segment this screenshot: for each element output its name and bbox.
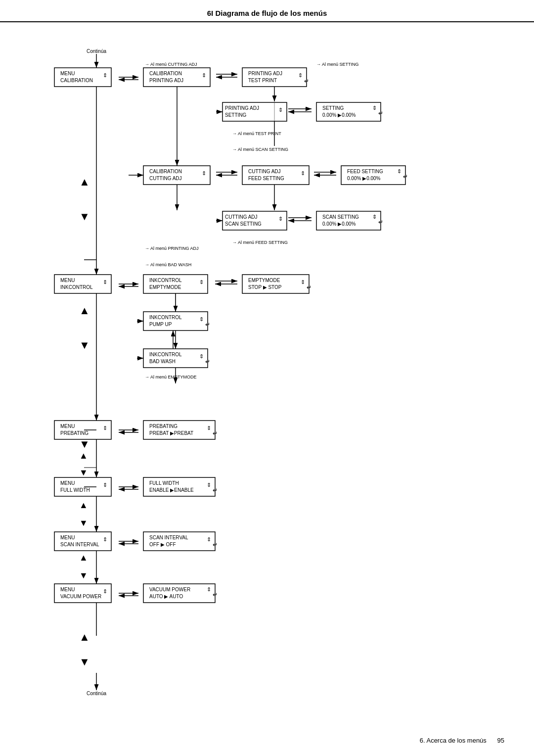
svg-text:⇕: ⇕ [207, 425, 211, 431]
feed-setting-val-line2: 0.00% ▶0.00% [347, 176, 381, 181]
svg-text:↵: ↵ [213, 591, 218, 598]
menu-si-line1: MENU [60, 535, 75, 540]
footer-page: 95 [497, 737, 504, 744]
note-emptymode: → Al menú EMPTYMODE [145, 375, 197, 379]
svg-text:⇕: ⇕ [207, 482, 211, 488]
svg-text:⇕: ⇕ [103, 482, 107, 488]
svg-text:↵: ↵ [205, 321, 210, 328]
menu-fw-line1: MENU [60, 480, 75, 486]
note-cutting-adj: → Al menú CUTTING ADJ [145, 62, 197, 67]
svg-text:▼: ▼ [79, 339, 90, 351]
menu-ink-line1: MENU [60, 278, 75, 283]
svg-text:⇕: ⇕ [301, 170, 305, 176]
ink-empty-line2: EMPTYMODE [149, 284, 181, 290]
svg-text:⇕: ⇕ [372, 105, 377, 111]
svg-text:↵: ↵ [378, 110, 383, 117]
continua-bottom: Continúa [87, 691, 106, 696]
svg-text:⇕: ⇕ [301, 279, 305, 285]
footer-chapter: 6. Acerca de los menús [420, 737, 487, 744]
page-footer: 6. Acerca de los menús 95 [420, 737, 504, 744]
menu-pre-line1: MENU [60, 424, 75, 429]
svg-text:⇕: ⇕ [207, 586, 211, 592]
vac-val-line2: AUTO ▶ AUTO [149, 594, 183, 599]
svg-text:▲: ▲ [79, 500, 88, 510]
ink-pump-line2: PUMP UP [149, 322, 172, 327]
si-val-line2: OFF ▶ OFF [149, 542, 176, 547]
cutting-adj-feed-line2: FEED SETTING [248, 176, 284, 181]
svg-text:⇕: ⇕ [199, 316, 204, 322]
menu-vac-line1: MENU [60, 587, 75, 592]
svg-text:⇕: ⇕ [202, 170, 206, 176]
svg-text:▼: ▼ [79, 468, 88, 477]
menu-ink-line2: INKCONTROL [60, 284, 93, 290]
cutting-adj-scan-line2: SCAN SETTING [225, 221, 262, 227]
svg-text:⇕: ⇕ [372, 214, 377, 220]
svg-text:↵: ↵ [307, 284, 312, 291]
svg-text:↵: ↵ [378, 219, 383, 226]
ink-empty-line1: INKCONTROL [149, 278, 182, 283]
svg-text:⇕: ⇕ [278, 216, 283, 222]
svg-text:⇕: ⇕ [199, 279, 204, 285]
emptymode-stop-line2: STOP ▶ STOP [248, 284, 282, 290]
cal-cutting-adj-line1: CALIBRATION [149, 169, 182, 174]
cal-cutting-adj-line2: CUTTING ADJ [149, 176, 182, 181]
note-bad-wash: → Al menú BAD WASH [145, 262, 191, 267]
svg-text:⇕: ⇕ [298, 72, 303, 78]
cutting-adj-scan-line1: CUTTING ADJ [225, 214, 258, 220]
svg-text:↵: ↵ [403, 173, 408, 180]
svg-text:⇕: ⇕ [103, 279, 107, 285]
svg-text:▲: ▲ [79, 553, 88, 563]
svg-text:↵: ↵ [205, 358, 210, 365]
note-feed-setting: → Al menú FEED SETTING [232, 240, 288, 245]
menu-pre-line2: PREBATING [60, 430, 89, 436]
cal-printing-adj-line1: CALIBRATION [149, 71, 182, 76]
printing-adj-tp-line1: PRINTING ADJ [248, 71, 282, 76]
svg-text:▲: ▲ [79, 176, 90, 188]
note-scan-setting: → Al menú SCAN SETTING [232, 147, 288, 152]
flow-diagram: Continúa MENU CALIBRATION ⇕ CALIBRATION … [20, 32, 514, 715]
svg-text:⇕: ⇕ [278, 107, 283, 113]
cutting-adj-feed-line1: CUTTING ADJ [248, 169, 281, 174]
pre-val-line2: PREBAT ▶PREBAT [149, 430, 193, 436]
svg-text:▼: ▼ [79, 570, 88, 580]
menu-cal-line2: CALIBRATION [60, 78, 93, 83]
menu-vac-line2: VACUUM POWER [60, 594, 101, 599]
printing-adj-setting-line1: PRINTING ADJ [225, 105, 259, 111]
setting-val-line2: 0.00% ▶0.00% [322, 112, 356, 118]
svg-text:▲: ▲ [79, 631, 90, 643]
svg-text:▲: ▲ [79, 451, 88, 461]
fw-val-line1: FULL WIDTH [149, 480, 179, 486]
scan-setting-val-line1: SCAN SETTING [322, 214, 359, 220]
svg-text:⇕: ⇕ [199, 353, 204, 359]
scan-setting-val-line2: 0.00% ▶0.00% [322, 221, 356, 227]
ink-bad-line1: INKCONTROL [149, 352, 182, 357]
svg-text:⇕: ⇕ [103, 72, 107, 78]
menu-si-line2: SCAN INTERVAL [60, 542, 99, 547]
svg-text:↵: ↵ [213, 541, 218, 548]
ink-pump-line1: INKCONTROL [149, 315, 182, 320]
note-printing-adj: → Al menú PRINTING ADJ [145, 246, 199, 251]
svg-text:▼: ▼ [79, 210, 90, 223]
fw-val-line2: ENABLE ▶ENABLE [149, 487, 194, 493]
pre-val-line1: PREBATING [149, 424, 178, 429]
emptymode-stop-line1: EMPTYMODE [248, 278, 280, 283]
svg-text:▼: ▼ [79, 518, 88, 528]
continua-top: Continúa [87, 48, 106, 54]
menu-fw-line2: FULL WIDTH [60, 487, 90, 493]
svg-text:⇕: ⇕ [397, 168, 401, 174]
header-title: 6I Diagrama de flujo de los menús [207, 9, 327, 17]
svg-text:⇕: ⇕ [103, 536, 107, 542]
cal-printing-adj-line2: PRINTING ADJ [149, 78, 183, 83]
feed-setting-val-line1: FEED SETTING [347, 169, 383, 174]
note-setting: → Al menú SETTING [316, 62, 359, 67]
si-val-line1: SCAN INTERVAL [149, 535, 188, 540]
svg-text:⇕: ⇕ [207, 536, 211, 542]
svg-text:↵: ↵ [304, 78, 309, 85]
diagram-area: Continúa MENU CALIBRATION ⇕ CALIBRATION … [0, 22, 534, 725]
svg-text:⇕: ⇕ [103, 588, 107, 594]
printing-adj-setting-line2: SETTING [225, 112, 247, 118]
page-header: 6I Diagrama de flujo de los menús [0, 0, 534, 22]
ink-bad-line2: BAD WASH [149, 359, 176, 364]
svg-text:⇕: ⇕ [103, 425, 107, 431]
svg-text:↵: ↵ [213, 430, 218, 437]
